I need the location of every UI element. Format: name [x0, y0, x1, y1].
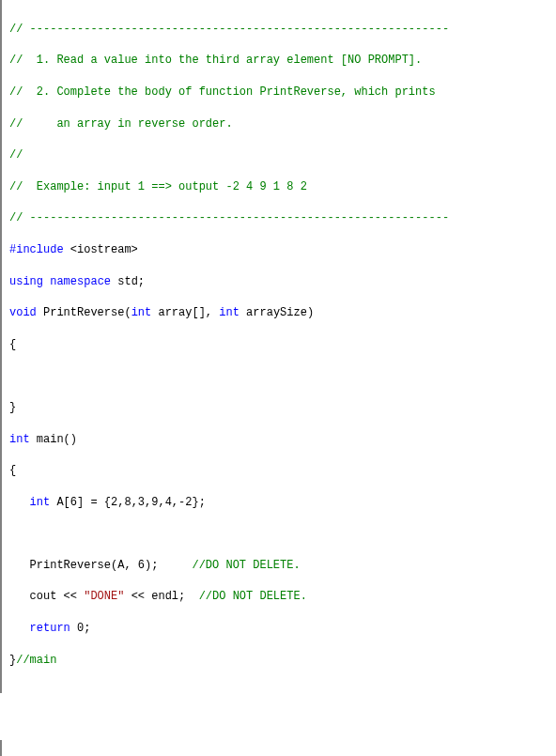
comment-inline: //main — [16, 654, 56, 667]
keyword-namespace: namespace — [50, 275, 111, 288]
keyword-return: return — [30, 622, 70, 635]
brace-close: } — [9, 401, 16, 414]
keyword-using: using — [9, 275, 43, 288]
comment-line: // -------------------------------------… — [9, 23, 449, 36]
function-call: PrintReverse(A, 6); — [9, 559, 192, 572]
comment-line: // 1. Read a value into the third array … — [9, 54, 422, 67]
comment-line: // an array in reverse order. — [9, 117, 233, 131]
comment-line: // Example: input 1 ==> output -2 4 9 1 … — [9, 180, 307, 193]
code-block-2: // -------------------------------------… — [0, 740, 556, 756]
keyword-int: int — [9, 433, 30, 446]
comment-inline: //DO NOT DELETE. — [199, 590, 307, 603]
comment-line: // — [9, 148, 23, 162]
main-function: main() — [30, 433, 77, 446]
preprocessor: #include — [9, 243, 64, 256]
include-header: <iostream> — [64, 243, 138, 256]
comment-line: // 2. Complete the body of function Prin… — [9, 85, 436, 99]
function-signature: PrintReverse( — [37, 306, 131, 319]
code-block-1: // -------------------------------------… — [0, 0, 556, 693]
brace-open: { — [9, 338, 16, 351]
string-literal: "DONE" — [84, 590, 124, 603]
brace-open: { — [9, 464, 16, 477]
keyword-void: void — [9, 306, 37, 319]
comment-line: // -------------------------------------… — [9, 211, 449, 224]
array-declaration: A[6] = {2,8,3,9,4,-2}; — [50, 496, 206, 509]
comment-inline: //DO NOT DELETE. — [192, 559, 300, 572]
